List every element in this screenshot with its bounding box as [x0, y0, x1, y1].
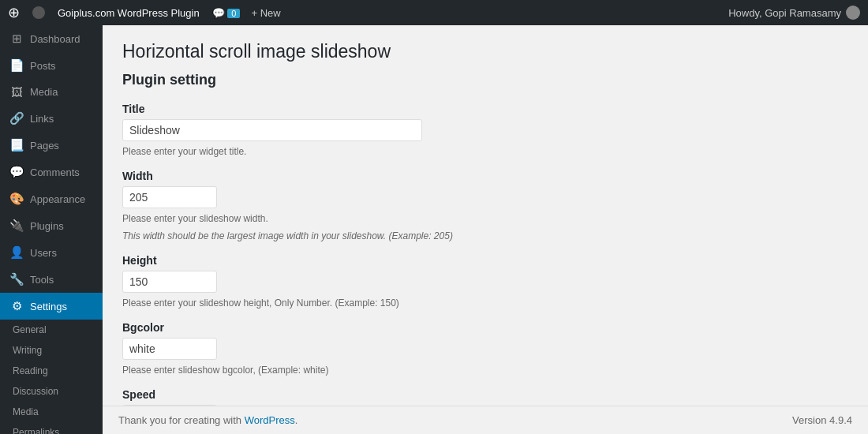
sidebar-item-label: Appearance [30, 193, 85, 205]
sidebar-item-label: Links [30, 113, 54, 125]
sidebar-item-tools[interactable]: 🔧 Tools [0, 266, 103, 293]
width-hint1: Please enter your slideshow width. [122, 211, 848, 226]
links-icon: 🔗 [9, 111, 24, 125]
height-hint: Please enter your slideshow height, Only… [122, 296, 848, 310]
wp-logo-icon[interactable]: ⊕ [8, 4, 20, 21]
height-input[interactable] [122, 271, 217, 293]
speed-label: Speed [122, 388, 848, 401]
site-name: Goiplus.com WordPress Plugin [58, 7, 200, 19]
howdy-text: Howdy, Gopi Ramasamy [728, 6, 860, 20]
sidebar-item-settings[interactable]: ⚙ Settings [0, 293, 103, 320]
sidebar-subitem-discussion[interactable]: Discussion [0, 381, 103, 402]
posts-icon: 📄 [9, 58, 24, 73]
bgcolor-label: Bgcolor [122, 321, 848, 334]
sidebar-item-posts[interactable]: 📄 Posts [0, 52, 103, 79]
main-layout: ⊞ Dashboard 📄 Posts 🖼 Media 🔗 Links 📃 Pa… [0, 25, 868, 434]
width-hint2: This width should be the largest image w… [122, 229, 848, 243]
sidebar-item-label: Dashboard [30, 33, 80, 45]
new-link[interactable]: + New [251, 7, 280, 19]
comments-link[interactable]: 💬 0 [212, 7, 241, 19]
sidebar-item-pages[interactable]: 📃 Pages [0, 132, 103, 159]
bgcolor-hint: Please enter slideshow bgcolor, (Example… [122, 363, 848, 377]
sidebar-subitem-reading[interactable]: Reading [0, 361, 103, 381]
sidebar: ⊞ Dashboard 📄 Posts 🖼 Media 🔗 Links 📃 Pa… [0, 25, 103, 434]
sidebar-subitem-media[interactable]: Media [0, 402, 103, 422]
height-section: Height Please enter your slideshow heigh… [122, 254, 848, 310]
footer: Thank you for creating with WordPress. V… [103, 406, 868, 434]
sidebar-item-media[interactable]: 🖼 Media [0, 79, 103, 105]
plugins-icon: 🔌 [9, 219, 24, 233]
sidebar-item-label: Comments [30, 166, 80, 178]
sidebar-item-label: Plugins [30, 220, 64, 232]
width-label: Width [122, 170, 848, 182]
sidebar-item-dashboard[interactable]: ⊞ Dashboard [0, 25, 103, 52]
bgcolor-input[interactable] [122, 338, 217, 360]
sidebar-item-plugins[interactable]: 🔌 Plugins [0, 212, 103, 239]
speed-section: Speed Please enter your slideshow speed,… [122, 388, 848, 406]
width-section: Width Please enter your slideshow width.… [122, 170, 848, 243]
sidebar-subitem-permalinks[interactable]: Permalinks [0, 422, 103, 434]
user-avatar [846, 6, 860, 20]
sidebar-item-label: Media [30, 86, 58, 98]
users-icon: 👤 [9, 245, 24, 260]
admin-bar: ⊕ Goiplus.com WordPress Plugin 💬 0 + New… [0, 0, 868, 25]
width-input[interactable] [122, 186, 217, 208]
page-title: Horizontal scroll image slideshow [122, 41, 848, 62]
title-section: Title Please enter your widget title. [122, 103, 848, 159]
sidebar-item-label: Users [30, 247, 57, 259]
content-area: Horizontal scroll image slideshow Plugin… [103, 25, 868, 406]
sidebar-item-label: Settings [30, 301, 67, 312]
version-text: Version 4.9.4 [792, 414, 852, 426]
sidebar-item-label: Posts [30, 60, 56, 72]
title-hint: Please enter your widget title. [122, 144, 848, 159]
sidebar-item-links[interactable]: 🔗 Links [0, 105, 103, 132]
height-label: Height [122, 254, 848, 267]
dashboard-icon: ⊞ [9, 32, 24, 46]
sidebar-subitem-writing[interactable]: Writing [0, 340, 103, 361]
plugin-setting-title: Plugin setting [122, 72, 848, 88]
sidebar-item-label: Pages [30, 140, 59, 152]
title-label: Title [122, 103, 848, 115]
sidebar-item-users[interactable]: 👤 Users [0, 239, 103, 266]
footer-text: Thank you for creating with WordPress. [118, 414, 297, 426]
tools-icon: 🔧 [9, 272, 24, 286]
settings-icon: ⚙ [9, 299, 24, 313]
bgcolor-section: Bgcolor Please enter slideshow bgcolor, … [122, 321, 848, 377]
appearance-icon: 🎨 [9, 192, 24, 206]
sidebar-subitem-general[interactable]: General [0, 320, 103, 340]
sidebar-item-appearance[interactable]: 🎨 Appearance [0, 185, 103, 212]
title-input[interactable] [122, 119, 422, 141]
sidebar-item-comments[interactable]: 💬 Comments [0, 159, 103, 185]
wordpress-link[interactable]: WordPress [245, 414, 295, 426]
sidebar-item-label: Tools [30, 274, 54, 286]
media-icon: 🖼 [9, 85, 24, 99]
comments-icon: 💬 [9, 165, 24, 179]
pages-icon: 📃 [9, 138, 24, 152]
site-icon [32, 6, 45, 19]
admin-bar-items: 💬 0 + New [212, 7, 281, 19]
